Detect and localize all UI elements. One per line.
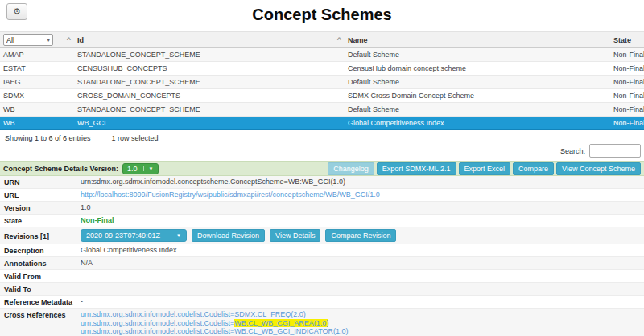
table-header-row: All ▾ ^ Id ^ Name State <box>0 32 644 48</box>
table-footer: Showing 1 to 6 of 6 entries 1 row select… <box>0 130 644 143</box>
showing-entries-text: Showing 1 to 6 of 6 entries <box>5 134 91 142</box>
details-panel: URN urn:sdmx.org.sdmx.infomodel.concepts… <box>0 176 644 336</box>
table-row[interactable]: WB STANDALONE_CONCEPT_SCHEME Default Sch… <box>0 103 644 117</box>
cell-agency: WB <box>0 117 74 130</box>
export-excel-button[interactable]: Export Excel <box>459 162 511 175</box>
table-row[interactable]: IAEG STANDALONE_CONCEPT_SCHEME Default S… <box>0 76 644 89</box>
cell-state: Non-Final <box>610 89 644 103</box>
details-actions: Changelog Export SDMX-ML 2.1 Export Exce… <box>328 162 641 175</box>
view-details-button[interactable]: View Details <box>270 229 320 242</box>
search-input[interactable] <box>589 144 641 158</box>
cross-reference-link-highlighted[interactable]: urn:sdmx.org.sdmx.infomodel.codelist.Cod… <box>80 319 328 327</box>
cell-name: Global Competitiveness Index <box>345 117 610 130</box>
table-row[interactable]: ESTAT CENSUSHUB_CONCEPTS CensusHub domai… <box>0 62 644 76</box>
column-header-state-label: State <box>613 36 631 44</box>
field-label: Valid From <box>4 272 80 281</box>
cross-reference-prefix: urn:sdmx.org.sdmx.infomodel.codelist.Cod… <box>80 319 234 327</box>
table-row[interactable]: SDMX CROSS_DOMAIN_CONCEPTS SDMX Cross Do… <box>0 89 644 103</box>
detail-row-url: URL http://localhost:8099/FusionRegistry… <box>0 189 644 202</box>
changelog-button[interactable]: Changelog <box>328 162 374 175</box>
description-value: Global Competitiveness Index <box>80 246 640 254</box>
compare-revision-button[interactable]: Compare Revision <box>325 229 396 242</box>
cell-id: CENSUSHUB_CONCEPTS <box>74 62 345 76</box>
cell-agency: IAEG <box>0 76 74 89</box>
agency-filter-select[interactable]: All ▾ <box>3 34 53 46</box>
sort-asc-icon: ^ <box>67 37 71 43</box>
compare-button[interactable]: Compare <box>513 162 554 175</box>
revision-select-value: 2020-09-23T07:49:01Z <box>86 232 160 240</box>
chevron-down-icon: ▼ <box>143 166 154 171</box>
search-row: Search: <box>0 143 644 161</box>
concept-schemes-page: ⚙ Concept Schemes All ▾ ^ Id <box>0 0 644 336</box>
cell-state: Non-Final <box>610 62 644 76</box>
cell-id: STANDALONE_CONCEPT_SCHEME <box>74 103 345 117</box>
cell-state: Non-Final <box>610 76 644 89</box>
field-label: URN <box>4 178 80 186</box>
url-link[interactable]: http://localhost:8099/FusionRegistry/ws/… <box>80 191 380 199</box>
cross-reference-link[interactable]: urn:sdmx.org.sdmx.infomodel.codelist.Cod… <box>80 327 349 335</box>
concept-schemes-table: All ▾ ^ Id ^ Name State <box>0 31 644 130</box>
search-label: Search: <box>560 147 585 155</box>
field-label: State <box>4 216 80 225</box>
field-label: Revisions [1] <box>4 232 80 240</box>
cell-id: STANDALONE_CONCEPT_SCHEME <box>74 48 345 62</box>
state-badge: Non-Final <box>80 216 640 224</box>
detail-row-state: State Non-Final <box>0 215 644 227</box>
page-title: Concept Schemes <box>0 6 644 24</box>
cross-reference-link[interactable]: urn:sdmx.org.sdmx.infomodel.codelist.Cod… <box>80 310 306 318</box>
detail-row-revisions: Revisions [1] 2020-09-23T07:49:01Z ▼ Dow… <box>0 227 644 244</box>
cell-id: WB_GCI <box>74 117 345 130</box>
field-label: Cross References <box>4 310 80 319</box>
field-label: Annotations <box>4 259 80 268</box>
cell-state: Non-Final <box>610 117 644 130</box>
download-revision-button[interactable]: Download Revision <box>192 229 265 242</box>
column-header-agency[interactable]: All ▾ ^ <box>0 32 74 48</box>
cell-agency: AMAP <box>0 48 74 62</box>
details-bar-label: Concept Scheme Details Version: <box>3 165 118 173</box>
view-concept-scheme-button[interactable]: View Concept Scheme <box>556 162 641 175</box>
column-header-name[interactable]: Name <box>345 32 610 48</box>
detail-row-version: Version 1.0 <box>0 202 644 215</box>
table-row[interactable]: AMAP STANDALONE_CONCEPT_SCHEME Default S… <box>0 48 644 62</box>
sort-asc-icon: ^ <box>337 37 341 43</box>
cell-name: SDMX Cross Domain Concept Scheme <box>345 89 610 103</box>
annotations-value: N/A <box>80 259 640 267</box>
version-select-value: 1.0 <box>127 165 138 173</box>
detail-row-reference-metadata: Reference Metadata - <box>0 296 644 309</box>
table-row-selected[interactable]: WB WB_GCI Global Competitiveness Index N… <box>0 117 644 130</box>
detail-row-urn: URN urn:sdmx.org.sdmx.infomodel.concepts… <box>0 176 644 189</box>
cell-agency: ESTAT <box>0 62 74 76</box>
column-header-id[interactable]: Id ^ <box>74 32 345 48</box>
cell-name: Default Scheme <box>345 48 610 62</box>
cell-agency: SDMX <box>0 89 74 103</box>
field-label: URL <box>4 191 80 199</box>
detail-row-valid-from: Valid From <box>0 270 644 283</box>
field-label: Valid To <box>4 285 80 293</box>
chevron-down-icon: ▼ <box>176 232 181 240</box>
column-header-state[interactable]: State <box>610 32 644 48</box>
settings-button[interactable]: ⚙ <box>6 3 27 20</box>
cell-name: Default Scheme <box>345 103 610 117</box>
export-sdmx-button[interactable]: Export SDMX-ML 2.1 <box>377 162 456 175</box>
version-select[interactable]: 1.0 ▼ <box>122 163 158 174</box>
highlighted-text: WB:CL_WB_CGI_AREA(1.0) <box>234 319 328 327</box>
select-arrow-icon: ▾ <box>47 37 50 43</box>
version-value: 1.0 <box>80 203 640 211</box>
column-header-name-label: Name <box>348 36 368 44</box>
cell-id: CROSS_DOMAIN_CONCEPTS <box>74 89 345 103</box>
cell-name: CensusHub domain concept scheme <box>345 62 610 76</box>
cell-name: Default Scheme <box>345 76 610 89</box>
details-header-bar: Concept Scheme Details Version: 1.0 ▼ Ch… <box>0 161 644 176</box>
agency-filter-value: All <box>6 36 14 44</box>
cell-agency: WB <box>0 103 74 117</box>
field-label: Reference Metadata <box>4 297 80 306</box>
detail-row-valid-to: Valid To <box>0 283 644 296</box>
rows-selected-text: 1 row selected <box>112 134 159 142</box>
revision-select[interactable]: 2020-09-23T07:49:01Z ▼ <box>80 229 187 242</box>
gear-icon: ⚙ <box>13 6 21 16</box>
detail-row-annotations: Annotations N/A <box>0 257 644 270</box>
column-header-id-label: Id <box>77 36 84 44</box>
detail-row-description: Description Global Competitiveness Index <box>0 244 644 257</box>
cell-id: STANDALONE_CONCEPT_SCHEME <box>74 76 345 89</box>
cell-state: Non-Final <box>610 48 644 62</box>
